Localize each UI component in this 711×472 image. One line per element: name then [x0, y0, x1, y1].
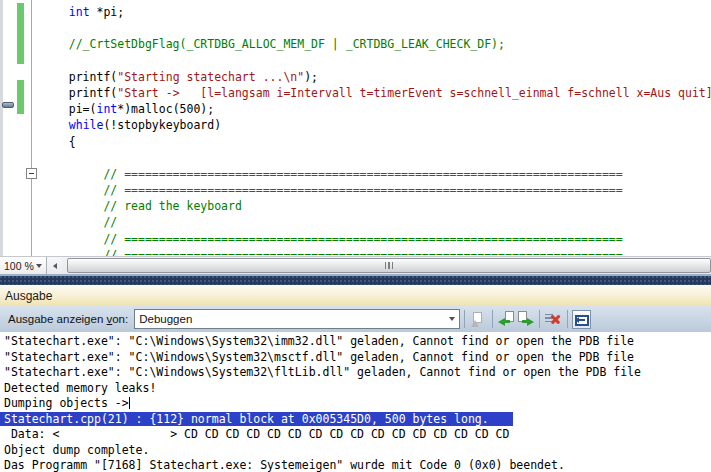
code-line: // =====================================… — [48, 231, 711, 247]
output-line[interactable]: "Statechart.exe": "C:\Windows\System32\f… — [4, 365, 711, 381]
output-line[interactable]: Dumping objects -> — [4, 396, 711, 412]
toggle-word-wrap-button[interactable] — [572, 310, 591, 329]
output-line[interactable]: "Statechart.exe": "C:\Windows\System32\m… — [4, 350, 711, 366]
grip-icon — [385, 262, 394, 269]
change-tracking-bar — [17, 80, 24, 114]
toolbar-separator — [492, 310, 493, 328]
code-line: //_CrtSetDbgFlag(_CRTDBG_ALLOC_MEM_DF | … — [48, 36, 711, 52]
scroll-left-button[interactable] — [47, 257, 62, 274]
code-line: // =====================================… — [48, 247, 711, 256]
toolbar-separator — [567, 310, 568, 328]
editor-scroll-row: 100 % — [0, 256, 711, 274]
chevron-down-icon — [36, 264, 42, 268]
panel-title-text: Ausgabe — [5, 289, 52, 303]
output-line[interactable]: Das Programm "[7168] Statechart.exe: Sys… — [4, 458, 711, 472]
show-output-from-label: Ausgabe anzeigen von: — [8, 313, 128, 325]
bookmark-icon — [2, 102, 14, 108]
zoom-level-value: 100 % — [4, 260, 34, 272]
collapse-region-button[interactable] — [26, 168, 37, 179]
chevron-down-icon — [449, 317, 455, 321]
code-line: printf("Start -> [l=langsam i=Intervall … — [48, 85, 711, 101]
code-line — [48, 150, 711, 166]
arrow-left-icon — [498, 318, 505, 326]
next-message-button[interactable] — [516, 310, 535, 329]
output-source-combobox[interactable]: Debuggen — [134, 309, 460, 329]
zoom-level-select[interactable]: 100 % — [0, 257, 47, 274]
vs-ide-window: int *pi; //_CrtSetDbgFlag(_CRTDBG_ALLOC_… — [0, 0, 711, 472]
change-tracking-bar — [17, 3, 24, 64]
scrollbar-thumb[interactable] — [67, 258, 711, 273]
output-toolbar: Ausgabe anzeigen von: Debuggen — [0, 306, 711, 332]
code-line: // =====================================… — [48, 182, 711, 198]
code-line: // — [48, 214, 711, 230]
text-caret — [129, 397, 130, 409]
toolbar-separator — [539, 310, 540, 328]
horizontal-scrollbar[interactable] — [47, 257, 711, 274]
toolbar-separator — [464, 310, 465, 328]
panel-splitter[interactable] — [0, 276, 711, 285]
code-line: printf("Starting statechart ...\n"); — [48, 69, 711, 85]
code-line: // read the keyboard — [48, 198, 711, 214]
arrow-right-icon — [527, 318, 534, 326]
outlining-line — [31, 0, 32, 256]
scrollbar-track[interactable] — [62, 257, 711, 274]
output-line[interactable]: Detected memory leaks! — [4, 381, 711, 397]
arrow-left-icon — [53, 263, 57, 269]
output-line-selected[interactable]: Statechart.cpp(21) : {112} normal block … — [4, 412, 711, 428]
code-line — [48, 53, 711, 69]
output-panel-title-bar: Ausgabe — [0, 285, 711, 306]
combobox-value: Debuggen — [139, 313, 192, 325]
code-line: // =====================================… — [48, 166, 711, 182]
arrow-up-icon — [471, 320, 479, 327]
previous-message-button[interactable] — [497, 310, 516, 329]
editor-margin-edge — [0, 0, 3, 256]
code-line: pi=(int*)malloc(500); — [48, 101, 711, 117]
output-line[interactable]: Object dump complete. — [4, 443, 711, 459]
output-line[interactable]: "Statechart.exe": "C:\Windows\System32\i… — [4, 334, 711, 350]
code-editor[interactable]: int *pi; //_CrtSetDbgFlag(_CRTDBG_ALLOC_… — [0, 0, 711, 256]
code-line: while(!stopbykeyboard) — [48, 117, 711, 133]
code-text-area[interactable]: int *pi; //_CrtSetDbgFlag(_CRTDBG_ALLOC_… — [48, 4, 711, 256]
code-line — [48, 20, 711, 36]
goto-source-button[interactable] — [469, 310, 488, 329]
clear-all-button[interactable] — [544, 310, 563, 329]
code-line: int *pi; — [48, 4, 711, 20]
code-line: { — [48, 134, 711, 150]
output-text-area[interactable]: "Statechart.exe": "C:\Windows\System32\i… — [0, 332, 711, 472]
output-line[interactable]: Data: < > CD CD CD CD CD CD CD CD CD CD … — [4, 427, 711, 443]
